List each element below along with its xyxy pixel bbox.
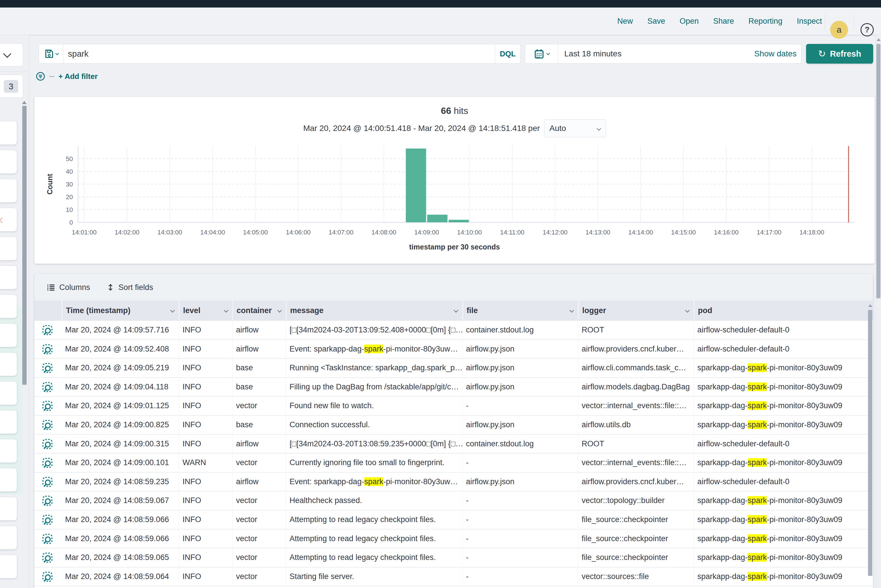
cell-logger: ROOT	[578, 435, 693, 453]
sidebar-scroll-up-arrow[interactable]	[22, 101, 27, 104]
top-header-strip	[0, 0, 881, 8]
histogram-bar[interactable]	[427, 215, 448, 222]
page-scrollbar-thumb[interactable]	[876, 44, 880, 298]
cell-level: INFO	[179, 397, 232, 415]
cell-time: Mar 20, 2024 @ 14:08:59.066	[62, 510, 179, 529]
selected-fields-count-badge: 3	[4, 80, 18, 93]
field-card[interactable]	[0, 497, 17, 520]
query-language-button[interactable]: DQL	[495, 44, 520, 63]
expand-document-button[interactable]	[42, 420, 53, 430]
chevron-down-icon	[277, 308, 282, 313]
page-scroll-up-arrow[interactable]	[876, 38, 881, 41]
expand-document-button[interactable]	[42, 514, 53, 525]
text-segment: Attempting to read legacy checkpoint fil…	[290, 553, 436, 562]
text-segment: Connection successful.	[290, 420, 370, 429]
nav-link-share[interactable]: Share	[713, 17, 734, 26]
filter-circle-icon[interactable]	[36, 72, 45, 81]
sidebar-scrollbar-thumb[interactable]	[22, 106, 27, 385]
nav-separator	[825, 14, 825, 29]
nav-link-new[interactable]: New	[617, 17, 633, 26]
nav-link-open[interactable]: Open	[680, 17, 699, 26]
table-scroll-up-arrow[interactable]	[868, 304, 872, 307]
chevron-down-icon	[55, 51, 59, 55]
time-range-value[interactable]: Last 18 minutes	[564, 44, 622, 63]
cell-pod: airflow-scheduler-default-0	[693, 472, 867, 491]
nav-link-reporting[interactable]: Reporting	[749, 17, 782, 26]
histogram-bar[interactable]	[406, 148, 426, 222]
expand-document-button[interactable]	[42, 476, 53, 488]
table-row: Mar 20, 2024 @ 14:08:59.235INFOairflowEv…	[35, 472, 873, 491]
refresh-icon: ↻	[818, 48, 826, 59]
expand-document-button[interactable]	[42, 458, 53, 468]
text-segment: sparkapp-dag-	[698, 401, 748, 410]
date-quick-select-button[interactable]	[525, 44, 558, 63]
expand-document-button[interactable]	[42, 382, 53, 393]
expand-document-button[interactable]	[42, 325, 53, 336]
add-filter-link[interactable]: + Add filter	[59, 72, 98, 81]
cell-logger: ROOT	[578, 321, 693, 339]
cell-file: airflow.py.json	[462, 472, 578, 491]
field-card[interactable]: ✕	[0, 208, 17, 231]
field-card[interactable]	[0, 179, 17, 202]
sidebar-collapse-button[interactable]	[0, 44, 23, 66]
inspect-document-icon	[42, 533, 53, 544]
expand-document-button[interactable]	[42, 344, 53, 355]
expand-document-button[interactable]	[42, 363, 53, 374]
field-card[interactable]	[0, 150, 17, 174]
cell-level: INFO	[179, 435, 232, 453]
column-header-file[interactable]: file	[462, 301, 578, 320]
floppy-disk-icon	[44, 49, 54, 58]
field-card[interactable]	[0, 411, 17, 434]
x-remove-icon[interactable]: ✕	[0, 214, 4, 226]
highlighted-term: spark	[748, 515, 767, 524]
field-card[interactable]	[0, 352, 17, 376]
expand-document-button[interactable]	[42, 533, 53, 544]
cell-file: airflow.py.json	[462, 378, 578, 396]
cell-message: Found new file to watch.	[286, 397, 462, 415]
expand-document-button[interactable]	[42, 552, 53, 563]
field-card[interactable]	[0, 382, 17, 405]
cell-level: INFO	[179, 492, 232, 510]
field-card[interactable]	[0, 324, 17, 347]
nav-link-inspect[interactable]: Inspect	[797, 17, 822, 26]
column-header-logger[interactable]: logger	[578, 301, 693, 320]
show-dates-link[interactable]: Show dates	[754, 44, 797, 63]
column-header-level[interactable]: level	[179, 301, 232, 320]
expand-document-button[interactable]	[42, 438, 53, 450]
chevron-down-icon	[454, 308, 459, 313]
columns-button[interactable]: Columns	[47, 283, 90, 292]
text-segment: Attempting to read legacy checkpoint fil…	[290, 515, 436, 524]
field-card[interactable]	[0, 526, 17, 549]
expand-document-button[interactable]	[42, 495, 53, 506]
text-segment: -pi-monitor-80y3uw09	[767, 420, 842, 429]
column-header-time[interactable]: Time (timestamp)	[62, 301, 179, 320]
field-card[interactable]	[0, 122, 17, 144]
column-header-message[interactable]: message	[286, 301, 462, 320]
highlighted-term: spark	[748, 382, 767, 391]
search-query-input[interactable]	[68, 44, 496, 63]
field-card[interactable]	[0, 555, 17, 578]
saved-queries-button[interactable]	[39, 44, 63, 63]
cell-container: base	[232, 359, 286, 377]
field-card[interactable]	[0, 237, 17, 260]
field-card[interactable]	[0, 468, 17, 492]
field-card[interactable]	[0, 295, 17, 318]
chevron-down-icon	[570, 308, 574, 313]
field-card[interactable]	[0, 440, 17, 462]
cell-message: Filling up the DagBag from /stackable/ap…	[286, 378, 462, 396]
text-segment: -pi-monitor-80y3uw…	[383, 345, 458, 353]
expand-document-button[interactable]	[42, 571, 53, 582]
help-icon[interactable]: ?	[860, 23, 874, 36]
histogram-bar[interactable]	[449, 220, 469, 222]
table-scrollbar-thumb[interactable]	[868, 310, 872, 576]
sort-fields-button[interactable]: Sort fields	[107, 283, 153, 292]
nav-link-save[interactable]: Save	[647, 17, 665, 26]
selected-fields-box[interactable]: 3	[0, 75, 23, 98]
expand-document-button[interactable]	[42, 400, 53, 411]
user-avatar[interactable]: a	[830, 21, 848, 39]
refresh-button[interactable]: ↻ Refresh	[806, 44, 873, 64]
cell-pod: sparkapp-dag-spark-pi-monitor-80y3uw09	[693, 454, 867, 472]
column-header-pod[interactable]: pod	[693, 301, 867, 320]
field-card[interactable]	[0, 266, 17, 289]
column-header-container[interactable]: container	[232, 301, 286, 320]
